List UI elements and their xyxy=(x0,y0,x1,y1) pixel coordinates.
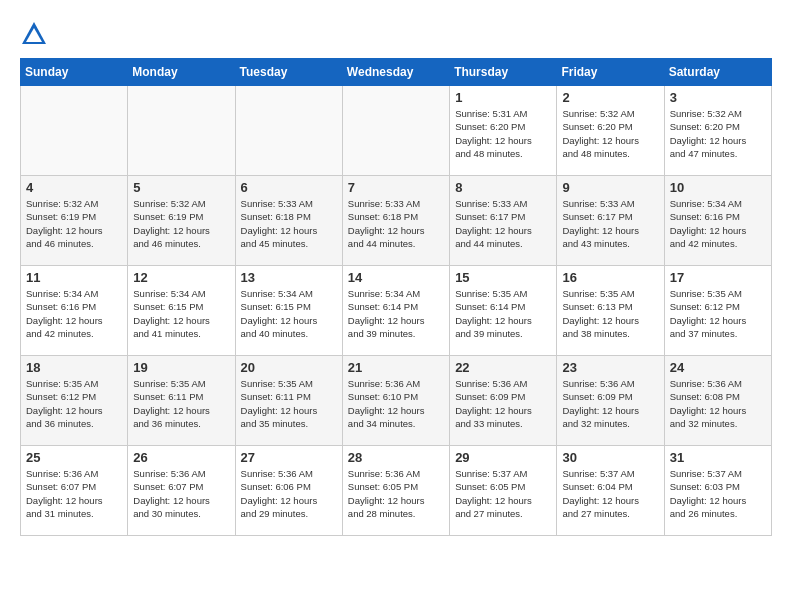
day-number: 3 xyxy=(670,90,766,105)
day-number: 16 xyxy=(562,270,658,285)
calendar-cell: 25Sunrise: 5:36 AM Sunset: 6:07 PM Dayli… xyxy=(21,446,128,536)
calendar-cell: 5Sunrise: 5:32 AM Sunset: 6:19 PM Daylig… xyxy=(128,176,235,266)
day-info: Sunrise: 5:36 AM Sunset: 6:09 PM Dayligh… xyxy=(562,377,658,430)
day-info: Sunrise: 5:31 AM Sunset: 6:20 PM Dayligh… xyxy=(455,107,551,160)
calendar-week-1: 1Sunrise: 5:31 AM Sunset: 6:20 PM Daylig… xyxy=(21,86,772,176)
day-number: 8 xyxy=(455,180,551,195)
calendar-cell xyxy=(21,86,128,176)
day-number: 14 xyxy=(348,270,444,285)
calendar-cell: 30Sunrise: 5:37 AM Sunset: 6:04 PM Dayli… xyxy=(557,446,664,536)
day-info: Sunrise: 5:32 AM Sunset: 6:20 PM Dayligh… xyxy=(670,107,766,160)
calendar-cell: 29Sunrise: 5:37 AM Sunset: 6:05 PM Dayli… xyxy=(450,446,557,536)
day-number: 22 xyxy=(455,360,551,375)
calendar-cell: 27Sunrise: 5:36 AM Sunset: 6:06 PM Dayli… xyxy=(235,446,342,536)
day-number: 21 xyxy=(348,360,444,375)
day-header-thursday: Thursday xyxy=(450,59,557,86)
calendar-cell: 13Sunrise: 5:34 AM Sunset: 6:15 PM Dayli… xyxy=(235,266,342,356)
calendar-cell: 1Sunrise: 5:31 AM Sunset: 6:20 PM Daylig… xyxy=(450,86,557,176)
day-number: 12 xyxy=(133,270,229,285)
day-info: Sunrise: 5:35 AM Sunset: 6:12 PM Dayligh… xyxy=(670,287,766,340)
day-header-friday: Friday xyxy=(557,59,664,86)
calendar-cell: 16Sunrise: 5:35 AM Sunset: 6:13 PM Dayli… xyxy=(557,266,664,356)
calendar-cell: 19Sunrise: 5:35 AM Sunset: 6:11 PM Dayli… xyxy=(128,356,235,446)
day-info: Sunrise: 5:33 AM Sunset: 6:18 PM Dayligh… xyxy=(348,197,444,250)
day-info: Sunrise: 5:33 AM Sunset: 6:17 PM Dayligh… xyxy=(455,197,551,250)
calendar-cell: 12Sunrise: 5:34 AM Sunset: 6:15 PM Dayli… xyxy=(128,266,235,356)
calendar-cell: 11Sunrise: 5:34 AM Sunset: 6:16 PM Dayli… xyxy=(21,266,128,356)
day-number: 30 xyxy=(562,450,658,465)
calendar-cell: 14Sunrise: 5:34 AM Sunset: 6:14 PM Dayli… xyxy=(342,266,449,356)
calendar-cell: 2Sunrise: 5:32 AM Sunset: 6:20 PM Daylig… xyxy=(557,86,664,176)
calendar-cell xyxy=(342,86,449,176)
day-info: Sunrise: 5:35 AM Sunset: 6:14 PM Dayligh… xyxy=(455,287,551,340)
day-info: Sunrise: 5:36 AM Sunset: 6:07 PM Dayligh… xyxy=(133,467,229,520)
calendar-cell: 15Sunrise: 5:35 AM Sunset: 6:14 PM Dayli… xyxy=(450,266,557,356)
day-number: 20 xyxy=(241,360,337,375)
day-info: Sunrise: 5:35 AM Sunset: 6:12 PM Dayligh… xyxy=(26,377,122,430)
header xyxy=(20,20,772,48)
day-number: 13 xyxy=(241,270,337,285)
calendar-week-3: 11Sunrise: 5:34 AM Sunset: 6:16 PM Dayli… xyxy=(21,266,772,356)
day-number: 18 xyxy=(26,360,122,375)
day-info: Sunrise: 5:35 AM Sunset: 6:11 PM Dayligh… xyxy=(241,377,337,430)
calendar-week-5: 25Sunrise: 5:36 AM Sunset: 6:07 PM Dayli… xyxy=(21,446,772,536)
calendar-cell: 10Sunrise: 5:34 AM Sunset: 6:16 PM Dayli… xyxy=(664,176,771,266)
calendar-cell xyxy=(235,86,342,176)
calendar-week-2: 4Sunrise: 5:32 AM Sunset: 6:19 PM Daylig… xyxy=(21,176,772,266)
day-number: 28 xyxy=(348,450,444,465)
day-info: Sunrise: 5:37 AM Sunset: 6:03 PM Dayligh… xyxy=(670,467,766,520)
calendar: SundayMondayTuesdayWednesdayThursdayFrid… xyxy=(20,58,772,536)
day-info: Sunrise: 5:36 AM Sunset: 6:07 PM Dayligh… xyxy=(26,467,122,520)
calendar-cell: 24Sunrise: 5:36 AM Sunset: 6:08 PM Dayli… xyxy=(664,356,771,446)
day-info: Sunrise: 5:32 AM Sunset: 6:20 PM Dayligh… xyxy=(562,107,658,160)
day-info: Sunrise: 5:33 AM Sunset: 6:17 PM Dayligh… xyxy=(562,197,658,250)
day-info: Sunrise: 5:36 AM Sunset: 6:09 PM Dayligh… xyxy=(455,377,551,430)
day-info: Sunrise: 5:36 AM Sunset: 6:08 PM Dayligh… xyxy=(670,377,766,430)
day-info: Sunrise: 5:35 AM Sunset: 6:11 PM Dayligh… xyxy=(133,377,229,430)
day-number: 11 xyxy=(26,270,122,285)
day-number: 31 xyxy=(670,450,766,465)
day-number: 10 xyxy=(670,180,766,195)
day-number: 24 xyxy=(670,360,766,375)
day-number: 26 xyxy=(133,450,229,465)
day-number: 17 xyxy=(670,270,766,285)
day-number: 4 xyxy=(26,180,122,195)
day-number: 27 xyxy=(241,450,337,465)
calendar-cell: 26Sunrise: 5:36 AM Sunset: 6:07 PM Dayli… xyxy=(128,446,235,536)
calendar-cell: 9Sunrise: 5:33 AM Sunset: 6:17 PM Daylig… xyxy=(557,176,664,266)
calendar-cell xyxy=(128,86,235,176)
logo xyxy=(20,20,50,48)
day-number: 23 xyxy=(562,360,658,375)
day-info: Sunrise: 5:36 AM Sunset: 6:06 PM Dayligh… xyxy=(241,467,337,520)
day-info: Sunrise: 5:36 AM Sunset: 6:05 PM Dayligh… xyxy=(348,467,444,520)
calendar-cell: 22Sunrise: 5:36 AM Sunset: 6:09 PM Dayli… xyxy=(450,356,557,446)
day-number: 19 xyxy=(133,360,229,375)
day-info: Sunrise: 5:32 AM Sunset: 6:19 PM Dayligh… xyxy=(26,197,122,250)
day-header-saturday: Saturday xyxy=(664,59,771,86)
calendar-cell: 31Sunrise: 5:37 AM Sunset: 6:03 PM Dayli… xyxy=(664,446,771,536)
day-number: 29 xyxy=(455,450,551,465)
day-info: Sunrise: 5:37 AM Sunset: 6:05 PM Dayligh… xyxy=(455,467,551,520)
day-number: 9 xyxy=(562,180,658,195)
calendar-cell: 28Sunrise: 5:36 AM Sunset: 6:05 PM Dayli… xyxy=(342,446,449,536)
day-number: 2 xyxy=(562,90,658,105)
day-header-monday: Monday xyxy=(128,59,235,86)
day-info: Sunrise: 5:34 AM Sunset: 6:14 PM Dayligh… xyxy=(348,287,444,340)
day-info: Sunrise: 5:33 AM Sunset: 6:18 PM Dayligh… xyxy=(241,197,337,250)
calendar-cell: 7Sunrise: 5:33 AM Sunset: 6:18 PM Daylig… xyxy=(342,176,449,266)
day-number: 6 xyxy=(241,180,337,195)
day-number: 1 xyxy=(455,90,551,105)
day-info: Sunrise: 5:37 AM Sunset: 6:04 PM Dayligh… xyxy=(562,467,658,520)
calendar-cell: 17Sunrise: 5:35 AM Sunset: 6:12 PM Dayli… xyxy=(664,266,771,356)
day-number: 25 xyxy=(26,450,122,465)
logo-icon xyxy=(20,20,48,48)
calendar-cell: 4Sunrise: 5:32 AM Sunset: 6:19 PM Daylig… xyxy=(21,176,128,266)
calendar-header-row: SundayMondayTuesdayWednesdayThursdayFrid… xyxy=(21,59,772,86)
calendar-cell: 20Sunrise: 5:35 AM Sunset: 6:11 PM Dayli… xyxy=(235,356,342,446)
day-number: 15 xyxy=(455,270,551,285)
day-number: 7 xyxy=(348,180,444,195)
calendar-cell: 8Sunrise: 5:33 AM Sunset: 6:17 PM Daylig… xyxy=(450,176,557,266)
day-info: Sunrise: 5:34 AM Sunset: 6:15 PM Dayligh… xyxy=(133,287,229,340)
calendar-cell: 3Sunrise: 5:32 AM Sunset: 6:20 PM Daylig… xyxy=(664,86,771,176)
day-info: Sunrise: 5:34 AM Sunset: 6:16 PM Dayligh… xyxy=(670,197,766,250)
